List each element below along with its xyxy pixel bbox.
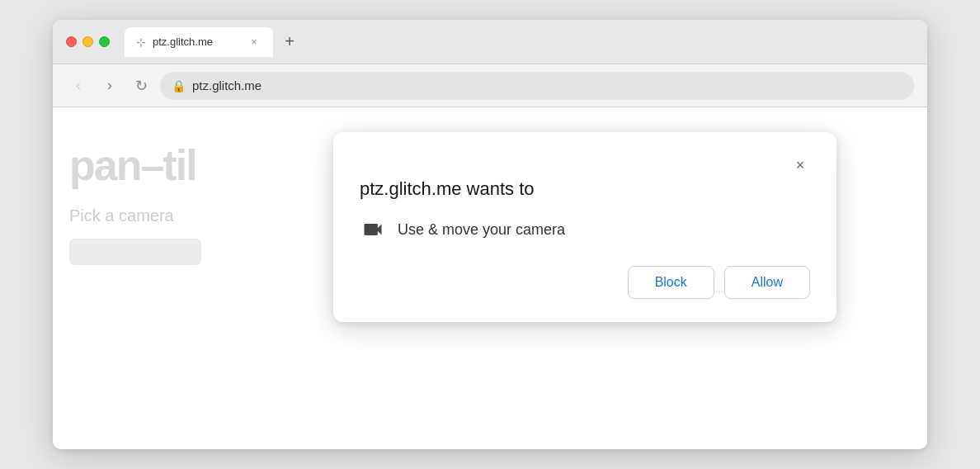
address-text: ptz.glitch.me (192, 78, 261, 92)
back-button[interactable]: ‹ (66, 73, 91, 98)
forward-button[interactable]: › (97, 73, 122, 98)
allow-button[interactable]: Allow (724, 266, 810, 299)
traffic-lights (66, 36, 110, 47)
page-bg-subtitle: Pick a camera (69, 206, 201, 225)
nav-bar: ‹ › ↻ 🔒 ptz.glitch.me (53, 64, 927, 107)
reload-button[interactable]: ↻ (129, 73, 153, 98)
tab-drag-icon: ⊹ (136, 36, 146, 49)
permission-dialog: × ptz.glitch.me wants to Use & move your… (333, 132, 836, 322)
lock-icon: 🔒 (172, 79, 186, 92)
tab-bar: ⊹ ptz.glitch.me × + (125, 27, 914, 57)
dialog-buttons: Block Allow (360, 266, 810, 299)
browser-tab[interactable]: ⊹ ptz.glitch.me × (125, 27, 273, 57)
page-bg-title: pan–til (69, 140, 201, 190)
page-bg-input (69, 239, 201, 265)
new-tab-button[interactable]: + (278, 31, 301, 54)
camera-svg (361, 218, 384, 241)
dialog-close-row: × (360, 155, 810, 175)
block-button[interactable]: Block (628, 266, 714, 299)
title-bar: ⊹ ptz.glitch.me × + (53, 20, 927, 64)
dialog-title: ptz.glitch.me wants to (360, 178, 810, 200)
page-background: pan–til Pick a camera (69, 140, 201, 265)
minimize-traffic-light[interactable] (82, 36, 93, 47)
tab-close-button[interactable]: × (247, 35, 261, 50)
tab-title: ptz.glitch.me (153, 36, 240, 48)
permission-text: Use & move your camera (398, 221, 565, 239)
close-traffic-light[interactable] (66, 36, 77, 47)
camera-icon (360, 216, 386, 243)
address-bar[interactable]: 🔒 ptz.glitch.me (160, 72, 914, 100)
page-content: pan–til Pick a camera × ptz.glitch.me wa… (53, 107, 927, 449)
browser-window: ⊹ ptz.glitch.me × + ‹ › ↻ 🔒 ptz.glitch.m… (53, 20, 927, 449)
maximize-traffic-light[interactable] (99, 36, 110, 47)
dialog-permission-row: Use & move your camera (360, 216, 810, 243)
dialog-close-button[interactable]: × (790, 155, 810, 175)
